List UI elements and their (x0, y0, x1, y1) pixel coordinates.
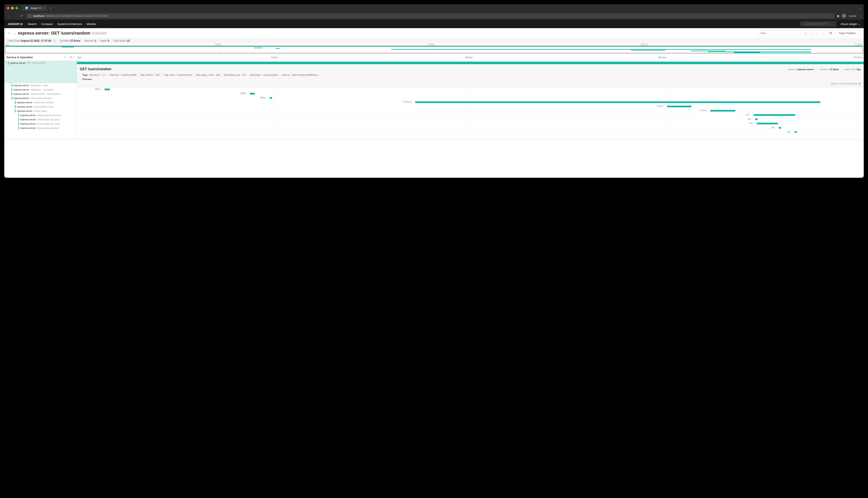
span-bar-row[interactable]: 19.41ms (77, 100, 864, 104)
collapse-all-icon[interactable]: ⇊ (70, 56, 72, 59)
minimap-ticks: 0μs 9.4ms 18.8ms 28.2ms 37.61ms (4, 43, 864, 45)
service-color-marker (8, 62, 9, 65)
span-bar-row[interactable]: 0μs (77, 130, 864, 134)
find-input[interactable] (758, 30, 801, 36)
url-bar: ← → ⟳ i localhost:16686/trace/91e04e90c9… (4, 12, 864, 19)
new-tab-button[interactable]: + (50, 6, 51, 10)
span-tree-row[interactable]: express-serverprisma:engine:connection (4, 113, 77, 117)
span-operation-name: GET /users/random (27, 62, 46, 64)
minimap[interactable]: 0μs 9.4ms 18.8ms 28.2ms 37.61ms (4, 43, 864, 54)
expand-toggle-icon[interactable]: ⌄ (12, 110, 15, 112)
stat-total-spans: Total Spans 12 (113, 39, 130, 42)
back-button[interactable]: ← (7, 13, 11, 18)
url-text: localhost:16686/trace/91e04e90c95fa6c241… (33, 14, 108, 17)
process-row[interactable]: ›Process: (80, 77, 861, 81)
nav-monitor[interactable]: Monitor (87, 23, 96, 26)
expand-children-icon[interactable]: 〉 (66, 56, 69, 59)
span-bar-row[interactable]: 256μs (77, 87, 864, 92)
span-tree-panel: Service & Operation ∨ 〉 ⇊ » ⌄express-ser… (4, 54, 77, 139)
nav-compare[interactable]: Compare (41, 23, 53, 26)
panel-icon[interactable]: ▣ (837, 14, 839, 17)
tab-title: Jaeger UI (30, 6, 41, 10)
span-bar-row[interactable]: 100μs (77, 96, 864, 100)
span-tree-row[interactable]: express-servermiddleware - query (4, 83, 77, 88)
span-service-name: express-server (13, 93, 29, 95)
expand-toggle-icon[interactable]: ⌄ (5, 62, 8, 64)
minimap-span-bar (708, 51, 811, 52)
span-operation-name: prisma:client:serialize (34, 101, 54, 104)
find-up-icon[interactable]: ∧ (809, 31, 814, 36)
span-bar-row[interactable] (77, 61, 864, 65)
span-tree-row[interactable]: ⌄express-serverGET /users/random (4, 61, 77, 83)
browser-tab[interactable]: 🧊 Jaeger UI × (22, 5, 48, 11)
nav-search[interactable]: Search (28, 23, 37, 26)
forward-button[interactable]: → (13, 13, 17, 18)
tag-item: http.route = /users/random (164, 74, 192, 76)
browser-window: 🧊 Jaeger UI × + ⌄ ← → ⟳ i localhost:1668… (4, 4, 864, 178)
span-id-row: SpanID: e027b50e39f103a9🔗 (80, 81, 861, 85)
titlebar: 🧊 Jaeger UI × + ⌄ (4, 4, 864, 12)
minimap-span-bar (691, 51, 725, 51)
span-tree-row[interactable]: express-serverprisma:client:connect (4, 105, 77, 109)
expand-tabs-icon[interactable]: ⌄ (858, 6, 861, 10)
span-tree-row[interactable]: express-serverrequest handler - /users/r… (4, 92, 77, 96)
lookup-trace-input[interactable] (800, 21, 837, 27)
expand-tags-icon[interactable]: › (80, 74, 81, 76)
span-bar-row[interactable]: 0μs (77, 117, 864, 121)
profile-avatar-icon[interactable]: 👤 (842, 14, 846, 18)
close-tab-icon[interactable]: × (43, 6, 44, 10)
span-bar-row[interactable]: 0μs (77, 126, 864, 130)
span-service-name: express-server (20, 118, 36, 121)
span-tree-row[interactable]: express-serverprisma:client:serialize (4, 100, 77, 105)
about-link[interactable]: About Jaeger ⌄ (841, 23, 860, 26)
span-bar-row[interactable]: 208μs (77, 92, 864, 96)
span-tree-row[interactable]: ⌄express-serverprisma:engine (4, 109, 77, 113)
reload-button[interactable]: ⟳ (20, 13, 24, 18)
maximize-window-icon[interactable] (15, 7, 18, 9)
stat-depth: Depth 4 (100, 39, 109, 42)
span-service-name: express-server (13, 88, 29, 91)
tags-row[interactable]: ›Tags: http.flavor = 1.1|http.host = loc… (80, 73, 861, 77)
browser-menu-icon[interactable]: ⋮ (859, 14, 861, 17)
address-bar[interactable]: i localhost:16686/trace/91e04e90c95fa6c2… (26, 13, 835, 18)
span-tree-row[interactable]: express-serverprisma:engine:db_query (4, 122, 77, 126)
minimap-span-bar (734, 53, 811, 53)
collapse-toggle-icon[interactable]: ⌄ (13, 31, 16, 35)
expand-process-icon[interactable]: › (80, 78, 81, 80)
timeline: Service & Operation ∨ 〉 ⇊ » ⌄express-ser… (4, 54, 864, 139)
site-info-icon[interactable]: i (28, 14, 31, 17)
nav-architecture[interactable]: System Architecture (58, 23, 82, 26)
brand-label[interactable]: JAEGER UI (8, 23, 23, 26)
tag-item: http.target = /users/random (250, 74, 278, 76)
span-tree-row[interactable]: ⌄express-serverprisma:client:operation (4, 96, 77, 100)
shortcuts-button[interactable]: ⌘ (827, 30, 834, 36)
find-clear-icon[interactable]: × (820, 31, 825, 36)
find-target-icon[interactable]: ⊕ (803, 31, 809, 36)
span-tree-row[interactable]: express-serverprisma:engine:db_query (4, 117, 77, 122)
expand-all-icon[interactable]: » (73, 56, 75, 59)
minimize-window-icon[interactable] (11, 7, 14, 9)
find-controls: ⊕ ∧ ∨ × (803, 30, 825, 36)
back-arrow-icon[interactable]: ← (7, 31, 11, 36)
span-tree-row[interactable]: express-servermiddleware - expressInit (4, 88, 77, 92)
span-bar-row[interactable]: 1.19ms (77, 109, 864, 113)
span-service-name: express-server (13, 97, 29, 100)
span-bar-row[interactable]: 1.16ms (77, 104, 864, 109)
copy-link-icon[interactable]: 🔗 (858, 82, 861, 85)
span-bar-row[interactable]: 2ms (77, 113, 864, 117)
trace-title: express-server: GET /users/random 91e04e… (18, 31, 106, 36)
stat-services: Services 1 (84, 39, 96, 42)
span-duration-label: 1.16ms (656, 105, 663, 107)
service-color-marker (18, 118, 19, 121)
minimap-span-bar (276, 48, 280, 49)
find-down-icon[interactable]: ∨ (814, 31, 820, 36)
collapse-children-icon[interactable]: ∨ (63, 56, 65, 59)
span-bar (77, 62, 864, 64)
span-operation-name: prisma:engine:serialize (37, 127, 59, 129)
span-bar-row[interactable]: 1ms (77, 121, 864, 126)
span-tree-row[interactable]: express-serverprisma:engine:serialize (4, 126, 77, 130)
view-mode-select[interactable]: Trace Timeline ⌄ (837, 30, 861, 36)
expand-toggle-icon[interactable]: ⌄ (9, 97, 12, 99)
close-window-icon[interactable] (7, 7, 9, 9)
minimap-body[interactable] (5, 45, 863, 53)
